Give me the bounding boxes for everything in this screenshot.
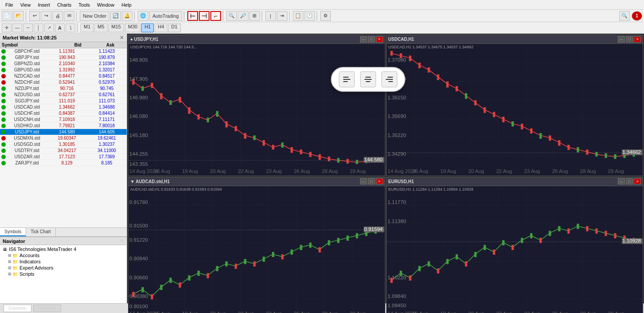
print-btn[interactable]: 🖨 — [52, 11, 63, 21]
audcad-maximize[interactable]: □ — [368, 178, 375, 184]
audcad-close[interactable]: ✕ — [376, 178, 383, 184]
svg-rect-149 — [253, 261, 256, 266]
line-btn[interactable]: — — [12, 23, 22, 32]
crosshair-btn[interactable]: ✛ — [2, 23, 12, 32]
market-watch-columns: Symbol Bid Ask — [0, 42, 127, 48]
market-watch-row[interactable]: NZDCHF.std 0.52941 0.52979 — [0, 79, 127, 86]
chart-usdjpy-content[interactable]: USDJPY,H1 144.716 144.720 144.5... — [128, 44, 385, 176]
market-watch-row[interactable]: GBPJPY.std 190.843 190.879 — [0, 55, 127, 61]
vline-btn[interactable]: │ — [34, 23, 43, 32]
usdjpy-close[interactable]: ✕ — [376, 36, 383, 43]
market-watch-row[interactable]: SGDJPY.std 111.019 111.073 — [0, 98, 127, 104]
history-btn[interactable]: 🔄 — [110, 11, 121, 21]
globe-btn[interactable]: 🌐 — [138, 11, 148, 21]
status-tab-common[interactable]: Common — [4, 305, 31, 312]
market-watch-row[interactable]: USDZAR.std 17.7123 17.7369 — [0, 154, 127, 160]
period-m1[interactable]: M1 — [81, 23, 93, 32]
arrow-btn[interactable]: ⤵ — [66, 23, 75, 32]
market-watch-row[interactable]: NZDUSD.std 0.62737 0.62761 — [0, 92, 127, 98]
menu-view[interactable]: View — [17, 1, 35, 8]
template-btn[interactable]: 📋 — [293, 11, 303, 21]
autotrading-btn[interactable]: AutoTrading — [149, 11, 182, 21]
period-h4[interactable]: H4 — [155, 23, 167, 32]
period-m30[interactable]: M30 — [125, 23, 140, 32]
usdcad-minimize[interactable]: — — [618, 36, 625, 43]
zoom-in-btn[interactable]: 🔍 — [226, 11, 237, 21]
alert-btn[interactable]: 🔔 — [122, 11, 132, 21]
grid-btn[interactable]: ⊞ — [249, 11, 260, 21]
market-watch-row[interactable]: GBPUSD.std 1.31992 1.32017 — [0, 67, 127, 73]
market-watch-row[interactable]: USDCNH.std 7.10918 7.11171 — [0, 117, 127, 123]
chart-shift-btn[interactable]: ⇥ — [277, 11, 287, 21]
redo-btn[interactable]: ↪ — [41, 11, 51, 21]
ft-align-left-btn[interactable] — [339, 71, 355, 87]
new-chart-btn[interactable]: 📄 — [2, 11, 12, 21]
svg-text:22 Aug: 22 Aug — [238, 168, 254, 174]
menu-insert[interactable]: Insert — [34, 1, 54, 8]
usdjpy-maximize[interactable]: □ — [368, 36, 375, 43]
text-btn[interactable]: A — [55, 23, 65, 32]
chart-layout-2-btn[interactable]: ⊣ — [199, 11, 209, 21]
eurusd-maximize[interactable]: □ — [626, 178, 633, 184]
menu-file[interactable]: File — [2, 1, 17, 8]
navigator-item[interactable]: ⊞ 📁 Scripts — [1, 271, 126, 277]
period-sep-btn[interactable]: | — [265, 11, 276, 21]
navigator-item[interactable]: ⊞ 📁 Expert Advisors — [1, 265, 126, 271]
chart-usdcad-content[interactable]: USDCAD,H1 1.34537 1.34675 1.34537 1.3466… — [387, 44, 643, 176]
navigator-close[interactable]: ✕ — [120, 238, 124, 244]
trend-btn[interactable]: ↗ — [44, 23, 54, 32]
chart-layout-1-btn[interactable]: ⊢ — [187, 11, 198, 21]
tab-tick-chart[interactable]: Tick Chart — [26, 228, 55, 236]
email-btn[interactable]: ✉ — [64, 11, 74, 21]
settings-btn[interactable]: ⚙ — [320, 11, 331, 21]
eurusd-minimize[interactable]: — — [618, 178, 625, 184]
market-watch-row[interactable]: USDCHF.std 0.84387 0.84414 — [0, 110, 127, 117]
market-watch-row[interactable]: USDMXN.std 19.60347 19.62461 — [0, 135, 127, 141]
menu-charts[interactable]: Charts — [54, 1, 75, 8]
market-watch-row[interactable]: ZARJPY.std 8.129 8.185 — [0, 160, 127, 166]
usdcad-maximize[interactable]: □ — [626, 36, 633, 43]
navigator-item[interactable]: ⊞ 📁 Indicators — [1, 258, 126, 265]
search-btn[interactable]: 🔍 — [619, 11, 630, 21]
chart-layout-3-btn[interactable]: ⌐ — [210, 11, 221, 21]
open-btn[interactable]: 📂 — [13, 11, 24, 21]
market-watch-close[interactable]: ✕ — [120, 35, 124, 41]
market-watch-row[interactable]: NZDCAD.std 0.84477 0.84517 — [0, 73, 127, 79]
market-watch-row[interactable]: USDTRY.std 34.04217 34.11000 — [0, 148, 127, 154]
market-watch-row[interactable]: USDSGD.std 1.30185 1.30237 — [0, 141, 127, 148]
audcad-minimize[interactable]: — — [360, 178, 367, 184]
zoom-out-btn[interactable]: 🔎 — [238, 11, 248, 21]
period-d1[interactable]: D1 — [168, 23, 181, 32]
menu-tools[interactable]: Tools — [75, 1, 93, 8]
svg-text:22 Aug: 22 Aug — [496, 168, 512, 174]
market-watch-row[interactable]: USDCAD.std 1.34662 1.34688 — [0, 104, 127, 110]
chart-audcad-content[interactable]: AUDCAD.std,H1 0.91633 0.91639 0.91583 0.… — [128, 186, 385, 313]
undo-btn[interactable]: ↩ — [29, 11, 40, 21]
chart-eurusd-content[interactable]: EURUSD,H1 1.11284 1.11284 1.10884 1.1092… — [387, 186, 643, 313]
market-watch-row[interactable]: NZDJPY.std 90.716 90.745 — [0, 86, 127, 92]
tab-symbols[interactable]: Symbols — [0, 228, 26, 236]
period-h1[interactable]: H1 — [141, 23, 154, 32]
market-watch-row[interactable]: USDHKD.std 7.79821 7.80018 — [0, 123, 127, 129]
eurusd-close[interactable]: ✕ — [634, 178, 641, 184]
hline-btn[interactable]: ─ — [23, 23, 33, 32]
menu-help[interactable]: Help — [118, 1, 135, 8]
menu-window[interactable]: Window — [93, 1, 118, 8]
navigator-item[interactable]: ⊞ 📁 Accounts — [1, 252, 126, 258]
new-order-btn[interactable]: New Order — [80, 11, 109, 21]
ft-align-right-btn[interactable] — [381, 71, 397, 87]
notification-btn[interactable]: 1 — [632, 11, 642, 21]
symbol-name: GBPUSD.std — [7, 67, 47, 72]
market-watch-row[interactable]: USDJPY.std 144.580 144.605 — [0, 129, 127, 135]
clock-btn[interactable]: 🕐 — [304, 11, 315, 21]
market-watch-row[interactable]: GBPNZD.std 2.10340 2.10384 — [0, 61, 127, 67]
market-watch-row[interactable]: GBPCHF.std 1.11391 1.11423 — [0, 48, 127, 55]
status-tab-favorites[interactable]: Favorites — [33, 305, 61, 312]
usdcad-close[interactable]: ✕ — [634, 36, 641, 43]
symbol-bid: 1.31992 — [47, 67, 87, 72]
period-m15[interactable]: M15 — [109, 23, 124, 32]
navigator-item[interactable]: 🖥 IS6 Technologies MetaTrader 4 — [1, 246, 126, 252]
ft-align-center-btn[interactable] — [360, 71, 376, 87]
period-m5[interactable]: M5 — [94, 23, 107, 32]
usdjpy-minimize[interactable]: — — [360, 36, 367, 43]
